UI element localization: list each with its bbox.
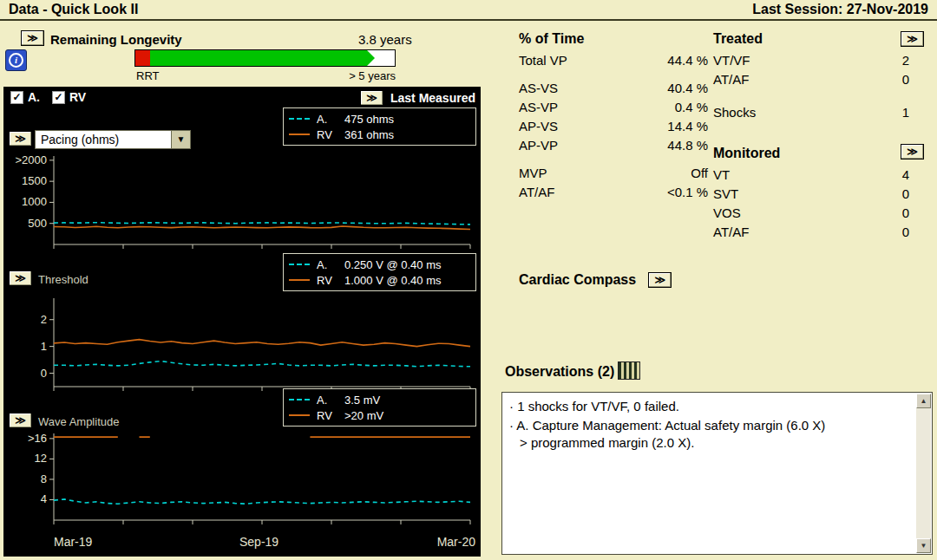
stat-row: AP-VS 14.4 % (519, 116, 708, 135)
stat-value: 14.4 % (667, 119, 708, 133)
legend-value: 0.250 V @ 0.40 ms (344, 258, 441, 271)
check-icon: ✓ (54, 91, 62, 103)
svg-text:>16: >16 (28, 432, 47, 445)
trend-dropdown-value: Pacing (ohms) (35, 130, 172, 149)
observation-item: · 1 shocks for VT/VF, 0 failed. (509, 398, 830, 415)
checkbox-atrial[interactable]: ✓ (10, 91, 23, 104)
observations-text: · 1 shocks for VT/VF, 0 failed. · A. Cap… (509, 398, 909, 453)
last-session: Last Session: 27-Nov-2019 (752, 2, 928, 17)
longevity-detail-button[interactable]: ≫ (21, 30, 44, 46)
svg-text:1500: 1500 (22, 174, 47, 187)
stat-row: VT/VF 2 (713, 50, 909, 69)
page-title: Data - Quick Look II (9, 2, 138, 17)
stat-label: AS-VP (519, 100, 558, 114)
stat-row: AS-VS 40.4 % (519, 78, 708, 97)
stat-label: VT (713, 167, 730, 182)
wave-amplitude-detail-button[interactable]: ≫ (9, 413, 32, 428)
treated-detail-button[interactable]: ≫ (901, 31, 924, 47)
check-icon: ✓ (12, 91, 21, 103)
observations-icon[interactable] (618, 361, 640, 380)
stat-value: 2 (902, 53, 909, 68)
cardiac-compass-button[interactable]: ≫ (648, 272, 672, 288)
info-button[interactable]: i (5, 49, 27, 71)
trend-dropdown[interactable]: Pacing (ohms) ▼ (35, 130, 191, 149)
stat-value: 0 (902, 225, 909, 239)
gauge-rrt-segment (135, 50, 150, 66)
svg-text:1000: 1000 (22, 195, 47, 208)
stat-label: Shocks (713, 105, 756, 120)
cardiac-compass-label: Cardiac Compass (519, 272, 636, 288)
svg-text:500: 500 (28, 217, 47, 230)
legend-name: A. (317, 113, 337, 126)
checkbox-rv[interactable]: ✓ (52, 91, 65, 104)
stat-row: VOS 0 (713, 203, 909, 222)
stat-label: AT/AF (519, 185, 554, 199)
x-axis-label-start: Mar-19 (54, 535, 92, 549)
stat-row: Total VP 44.4 % (519, 50, 708, 69)
stat-row: SVT 0 (713, 184, 909, 203)
stat-value: 0 (902, 186, 909, 201)
legend-row: A. 3.5 mV (289, 392, 470, 407)
stat-value: 0 (902, 205, 909, 220)
stat-row: VT 4 (713, 165, 909, 184)
scroll-up-button[interactable]: ▲ (916, 394, 931, 408)
svg-text:1: 1 (41, 340, 47, 353)
observations-scrollbar[interactable]: ▲ ▼ (916, 394, 931, 553)
wave-amplitude-legend: A. 3.5 mV RV >20 mV (283, 388, 476, 427)
stat-row: AP-VP 44.8 % (519, 135, 708, 154)
stat-row: AS-VP 0.4 % (519, 97, 708, 116)
stat-value: <0.1 % (667, 185, 708, 199)
legend-name: A. (317, 394, 337, 407)
last-measured-label: Last Measured (390, 91, 475, 105)
stat-value: 40.4 % (667, 81, 708, 95)
stat-label: VT/VF (713, 53, 750, 68)
treated-title: Treated (713, 31, 909, 50)
stat-label: VOS (713, 205, 741, 220)
stat-row: MVP Off (519, 163, 708, 182)
stat-row: AT/AF 0 (713, 222, 909, 241)
svg-text:8: 8 (41, 472, 47, 485)
stat-row: AT/AF <0.1 % (519, 182, 708, 201)
legend-row: RV 1.000 V @ 0.40 ms (289, 272, 470, 288)
svg-text:12: 12 (35, 452, 47, 465)
wave-amplitude-label: Wave Amplitude (38, 415, 119, 428)
stat-label: AT/AF (713, 225, 749, 239)
wave-amplitude-chart: 4812>16 (10, 430, 475, 529)
longevity-value: 3.8 years (358, 32, 412, 47)
atrial-line-sample-icon (289, 264, 310, 265)
legend-value: 1.000 V @ 0.40 ms (344, 274, 441, 287)
monitored-detail-button[interactable]: ≫ (901, 144, 924, 160)
legend-name: RV (317, 274, 337, 287)
legend-value: 475 ohms (344, 113, 394, 126)
last-measured: ≫ Last Measured (360, 90, 475, 106)
stat-value: 1 (902, 105, 909, 120)
cardiac-compass: Cardiac Compass ≫ (519, 272, 672, 288)
last-measured-button[interactable]: ≫ (360, 90, 383, 106)
svg-text:4: 4 (41, 492, 47, 505)
stat-label: AP-VP (519, 138, 558, 153)
svg-text:2: 2 (41, 313, 47, 326)
threshold-detail-button[interactable]: ≫ (9, 270, 32, 286)
stat-value: 44.4 % (667, 53, 708, 68)
dropdown-arrow-icon[interactable]: ▼ (172, 130, 191, 149)
threshold-legend: A. 0.250 V @ 0.40 ms RV 1.000 V @ 0.40 m… (283, 253, 476, 291)
legend-row: A. 475 ohms (289, 111, 470, 127)
legend-row: A. 0.250 V @ 0.40 ms (289, 257, 470, 272)
trend-select-button[interactable]: ≫ (9, 131, 32, 147)
scroll-down-button[interactable]: ▼ (916, 538, 931, 553)
legend-name: RV (317, 128, 337, 141)
legend-name: RV (317, 409, 337, 422)
stat-label: Total VP (519, 53, 567, 68)
legend-row: RV >20 mV (289, 407, 470, 423)
titlebar: Data - Quick Look II Last Session: 27-No… (0, 0, 937, 21)
rv-line-sample-icon (289, 279, 310, 281)
observations-box: · 1 shocks for VT/VF, 0 failed. · A. Cap… (501, 392, 933, 555)
percent-of-time-title: % of Time (519, 31, 708, 50)
scale-max-label: > 5 years (345, 69, 396, 82)
stat-label: AP-VS (519, 119, 558, 133)
longevity-label: Remaining Longevity (50, 32, 182, 47)
rv-line-sample-icon (289, 133, 310, 135)
stat-value: 4 (902, 167, 909, 182)
quick-look-screen: Data - Quick Look II Last Session: 27-No… (0, 0, 937, 560)
stat-label: SVT (713, 186, 738, 201)
